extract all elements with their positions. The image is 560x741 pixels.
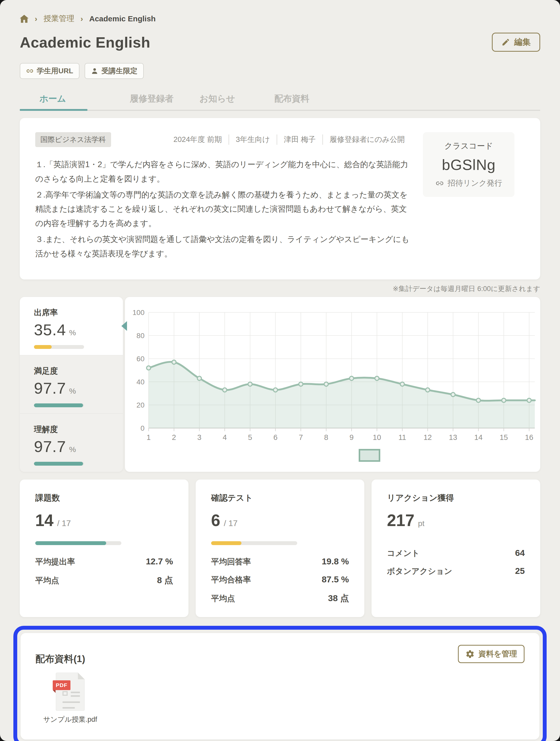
- invite-link-button[interactable]: 招待リンク発行: [435, 178, 502, 189]
- stat-row: ボタンアクション 25: [387, 566, 525, 577]
- row-label: コメント: [387, 548, 420, 559]
- progress-fill: [35, 541, 106, 545]
- course-description-paragraph: １.「英語演習1・2」で学んだ内容をさらに深め、英語のリーディング能力を中心に、…: [35, 157, 411, 186]
- quiz-card: 確認テスト 6 / 17 平均回答率 19.8 % 平均合格率 87.5 %: [196, 479, 364, 617]
- assignments-card: 課題数 14 / 17 平均提出率 12.7 % 平均点 8 点: [20, 479, 189, 617]
- progress-fill: [34, 345, 52, 349]
- legend-swatch: [359, 450, 379, 461]
- stat-sidebar: 出席率 35.4 % 満足度 97.7 % 理解度: [20, 297, 123, 472]
- breadcrumb-item-course-admin[interactable]: 授業管理: [44, 13, 74, 24]
- progress-track: [34, 403, 84, 407]
- meta-visibility: 履修登録者にのみ公開: [323, 134, 411, 145]
- row-label: 平均点: [211, 593, 235, 604]
- manage-materials-button[interactable]: 資料を管理: [458, 645, 524, 663]
- progress-fill: [211, 541, 241, 545]
- stat-understanding[interactable]: 理解度 97.7 %: [20, 413, 123, 472]
- pdf-icon: PDF: [56, 673, 85, 711]
- course-description-paragraph: ３.また、それらの英文や演習問題を通して語彙や文法の定着を図り、ライティングやス…: [35, 232, 411, 261]
- reactions-card: リアクション獲得 217 pt コメント 64 ボタンアクション 25: [371, 479, 540, 617]
- materials-title: 配布資料(1): [36, 653, 85, 665]
- row-value: 12.7 %: [146, 556, 173, 566]
- stat-row: 平均回答率 19.8 %: [211, 556, 349, 567]
- svg-text:40: 40: [137, 378, 144, 386]
- svg-text:10: 10: [373, 433, 381, 442]
- link-icon: [435, 179, 444, 188]
- row-label: 平均回答率: [211, 556, 251, 567]
- stat-unit: %: [69, 387, 76, 395]
- svg-text:1: 1: [147, 433, 151, 442]
- update-note: ※集計データは毎週月曜日 6:00に更新されます: [20, 284, 540, 293]
- page-title: Academic English: [20, 34, 150, 51]
- row-value: 19.8 %: [322, 556, 349, 566]
- card-value: 217: [387, 511, 414, 530]
- card-total: / 17: [57, 519, 71, 528]
- svg-text:15: 15: [500, 433, 508, 442]
- svg-text:60: 60: [137, 355, 144, 363]
- breadcrumb-separator: ›: [35, 14, 37, 23]
- card-title: リアクション獲得: [387, 492, 525, 504]
- svg-text:6: 6: [273, 433, 277, 442]
- stat-value: 97.7: [34, 379, 66, 397]
- svg-text:100: 100: [132, 309, 144, 317]
- course-meta: 2024年度 前期 3年生向け 津田 梅子 履修登録者にのみ公開: [167, 134, 412, 145]
- progress-track: [34, 345, 84, 349]
- student-url-button[interactable]: 学生用URL: [20, 63, 79, 79]
- material-file[interactable]: PDF サンプル授業.pdf: [48, 673, 92, 724]
- course-info-card: 国際ビジネス法学科 2024年度 前期 3年生向け 津田 梅子 履修登録者にのみ…: [20, 118, 540, 279]
- card-value: 14: [35, 511, 54, 530]
- home-icon[interactable]: [20, 15, 28, 23]
- svg-text:11: 11: [399, 433, 406, 442]
- pdf-badge: PDF: [53, 680, 70, 690]
- meta-teacher: 津田 梅子: [277, 134, 323, 145]
- row-value: 25: [515, 566, 525, 576]
- tab-home[interactable]: ホーム: [39, 93, 66, 105]
- tab-enrollees[interactable]: 履修登録者: [130, 93, 173, 105]
- gear-icon: [465, 650, 475, 659]
- svg-text:5: 5: [248, 433, 252, 442]
- svg-text:80: 80: [137, 332, 144, 340]
- enrolled-only-button[interactable]: 受講生限定: [85, 63, 144, 79]
- row-label: 平均合格率: [211, 575, 251, 585]
- pencil-icon: [501, 38, 510, 47]
- stat-unit: %: [69, 445, 76, 454]
- stat-satisfaction[interactable]: 満足度 97.7 %: [20, 355, 123, 413]
- edit-button[interactable]: 編集: [492, 32, 540, 52]
- course-description-paragraph: ２.高学年で学術論文等の専門的な英語の文章を読み解く際の基礎力を養うため、まとま…: [35, 188, 411, 230]
- meta-grade: 3年生向け: [228, 134, 277, 145]
- card-title: 課題数: [35, 492, 173, 504]
- card-value: 6: [211, 511, 220, 530]
- row-value: 38 点: [328, 592, 349, 604]
- svg-text:13: 13: [449, 433, 457, 442]
- manage-materials-label: 資料を管理: [478, 649, 517, 659]
- progress-track: [35, 541, 121, 545]
- attendance-chart-card: 02040608010012345678910111213141516: [125, 297, 540, 472]
- meta-term: 2024年度 前期: [167, 134, 229, 145]
- tab-announcements[interactable]: お知らせ: [200, 93, 235, 105]
- breadcrumb-separator: ›: [80, 14, 83, 23]
- svg-text:4: 4: [223, 433, 227, 442]
- row-label: ボタンアクション: [387, 566, 452, 577]
- stat-unit: %: [69, 328, 76, 337]
- highlight-annotation-box: 配布資料(1) 資料を管理: [13, 626, 547, 741]
- card-total: / 17: [224, 519, 237, 528]
- app-window: › 授業管理 › Academic English Academic Engli…: [0, 0, 560, 741]
- progress-track: [211, 541, 297, 545]
- stat-label: 満足度: [34, 365, 123, 377]
- stat-value: 35.4: [34, 321, 66, 339]
- tab-materials[interactable]: 配布資料: [274, 93, 309, 105]
- svg-text:2: 2: [172, 433, 176, 442]
- svg-text:0: 0: [140, 424, 144, 432]
- course-description: １.「英語演習1・2」で学んだ内容をさらに深め、英語のリーディング能力を中心に、…: [35, 157, 411, 261]
- person-icon: [91, 67, 98, 75]
- stat-label: 出席率: [34, 307, 123, 318]
- row-value: 8 点: [157, 575, 173, 586]
- triangle-left-icon: [121, 321, 127, 331]
- breadcrumb-item-current: Academic English: [89, 14, 155, 23]
- breadcrumb: › 授業管理 › Academic English: [20, 13, 540, 24]
- row-label: 平均点: [35, 575, 59, 586]
- card-title: 確認テスト: [211, 492, 349, 504]
- svg-text:12: 12: [423, 433, 432, 442]
- stat-row: 平均点 8 点: [35, 575, 173, 586]
- stat-attendance[interactable]: 出席率 35.4 %: [20, 297, 123, 355]
- attendance-chart-svg: 02040608010012345678910111213141516: [125, 297, 540, 472]
